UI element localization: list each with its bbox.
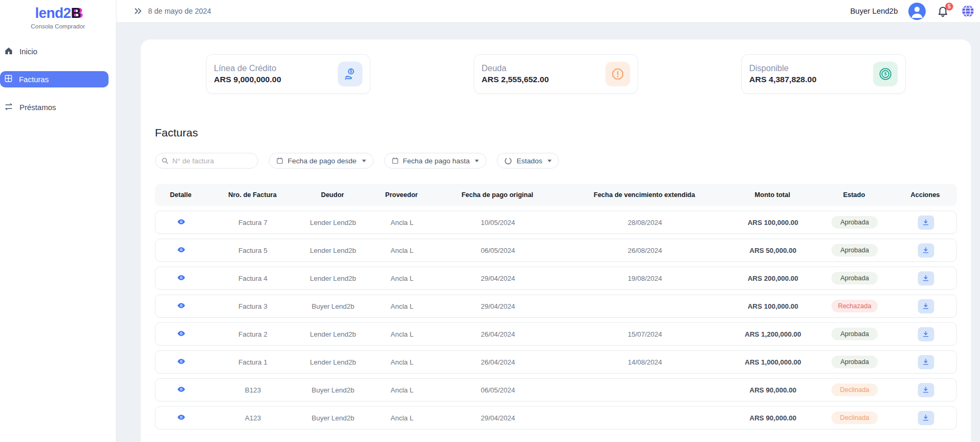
download-icon xyxy=(922,386,929,394)
cell-deudor: Lender Lend2b xyxy=(299,247,367,254)
cell-deudor: Lender Lend2b xyxy=(299,274,367,282)
view-detail-button[interactable] xyxy=(177,301,185,310)
sidebar-item-inicio[interactable]: Inicio xyxy=(0,43,109,60)
status-badge: Aprobada xyxy=(831,216,878,229)
invoice-rows: Factura 7 Lender Lend2b Ancla L 10/05/20… xyxy=(155,211,957,429)
cell-fecha-pago: 26/04/2024 xyxy=(437,358,559,366)
main-content: Línea de Crédito ARS 9,000,000.00 $ xyxy=(116,23,980,442)
status-badge: Aprobada xyxy=(831,244,878,257)
download-button[interactable] xyxy=(918,271,934,286)
calendar-icon xyxy=(391,157,399,164)
column-header-acciones: Acciones xyxy=(894,191,957,199)
filter-date-to[interactable]: Fecha de pago hasta xyxy=(384,153,487,169)
status-badge: Declinada xyxy=(831,384,878,396)
notifications-button[interactable]: 5 xyxy=(937,5,949,17)
download-button[interactable] xyxy=(918,243,934,258)
logo-text-primary: lend2 xyxy=(35,5,71,21)
column-header-fecha-pago: Fecha de pago original xyxy=(436,191,558,199)
cell-proveedor: Ancla L xyxy=(367,386,437,394)
eye-icon xyxy=(177,413,185,421)
filter-estados[interactable]: Estados xyxy=(497,153,559,169)
cell-nro-factura: Factura 3 xyxy=(207,302,299,310)
cell-fecha-pago: 29/04/2024 xyxy=(437,274,559,282)
status-badge: Rechazada xyxy=(831,300,878,312)
eye-icon xyxy=(177,218,185,226)
eye-icon xyxy=(177,301,185,310)
brand-logo: lend2BB Consola Comprador xyxy=(0,5,116,30)
status-badge: Aprobada xyxy=(831,272,878,284)
language-button[interactable] xyxy=(961,4,975,18)
cell-nro-factura: Factura 1 xyxy=(207,358,299,366)
coin-hand-icon: $ xyxy=(338,62,362,86)
cell-proveedor: Ancla L xyxy=(367,274,437,282)
stat-title: Línea de Crédito xyxy=(214,64,281,73)
cell-monto-total: ARS 100,000.00 xyxy=(731,302,815,310)
download-icon xyxy=(922,358,929,366)
view-detail-button[interactable] xyxy=(177,385,185,394)
content-panel: Línea de Crédito ARS 9,000,000.00 $ xyxy=(141,40,971,442)
sidebar-collapse-icon[interactable] xyxy=(133,6,143,16)
cell-fecha-vencimiento: 14/08/2024 xyxy=(559,358,731,366)
sidebar-item-label: Facturas xyxy=(19,75,48,84)
cell-nro-factura: Factura 5 xyxy=(207,247,299,254)
stat-value: ARS 2,555,652.00 xyxy=(482,75,549,84)
user-name: Buyer Lend2b xyxy=(850,7,898,15)
cell-fecha-pago: 10/05/2024 xyxy=(437,219,559,227)
column-header-proveedor: Proveedor xyxy=(367,191,436,199)
column-header-detalle: Detalle xyxy=(155,191,207,199)
cell-fecha-pago: 29/04/2024 xyxy=(437,302,559,310)
sidebar-item-label: Inicio xyxy=(19,47,37,56)
cell-monto-total: ARS 90,000.00 xyxy=(731,386,815,394)
cell-nro-factura: Factura 7 xyxy=(207,219,299,227)
console-subtitle: Consola Comprador xyxy=(0,23,116,30)
person-icon xyxy=(908,3,926,20)
download-button[interactable] xyxy=(918,411,934,425)
download-button[interactable] xyxy=(918,299,934,313)
cell-monto-total: ARS 100,000.00 xyxy=(731,219,815,227)
table-row: Factura 3 Buyer Lend2b Ancla L 29/04/202… xyxy=(155,294,957,318)
view-detail-button[interactable] xyxy=(177,357,185,366)
svg-text:$: $ xyxy=(884,71,887,76)
download-icon xyxy=(922,330,929,338)
notification-badge: 5 xyxy=(945,3,953,11)
stat-title: Deuda xyxy=(482,64,549,73)
chevron-down-icon xyxy=(475,160,479,162)
cell-monto-total: ARS 200,000.00 xyxy=(731,274,815,282)
view-detail-button[interactable] xyxy=(177,245,185,254)
user-avatar[interactable] xyxy=(908,3,926,20)
filter-label: Fecha de pago desde xyxy=(288,157,357,165)
search-input[interactable] xyxy=(172,157,252,165)
cell-monto-total: ARS 1,200,000.00 xyxy=(731,330,815,338)
download-button[interactable] xyxy=(918,383,934,397)
cell-proveedor: Ancla L xyxy=(367,247,437,254)
download-button[interactable] xyxy=(918,215,934,230)
view-detail-button[interactable] xyxy=(177,218,185,226)
sidebar-item-prestamos[interactable]: Préstamos xyxy=(0,99,109,115)
download-button[interactable] xyxy=(918,327,934,341)
sidebar-item-facturas[interactable]: Facturas xyxy=(0,71,109,87)
view-detail-button[interactable] xyxy=(177,413,185,421)
grid-icon xyxy=(4,74,13,84)
stat-value: ARS 9,000,000.00 xyxy=(214,75,281,84)
sidebar-nav: Inicio Facturas Préstamos xyxy=(0,43,116,115)
filter-label: Estados xyxy=(516,157,542,165)
invoice-search xyxy=(155,153,258,169)
svg-text:$: $ xyxy=(350,68,352,74)
filter-label: Fecha de pago hasta xyxy=(403,157,470,165)
filter-date-from[interactable]: Fecha de pago desde xyxy=(269,153,374,169)
stat-card-disponible: Disponible ARS 4,387,828.00 $ xyxy=(741,54,906,94)
cell-fecha-pago: 29/04/2024 xyxy=(437,414,559,422)
coins-icon: $ xyxy=(873,62,898,86)
cell-proveedor: Ancla L xyxy=(367,358,437,366)
download-button[interactable] xyxy=(918,355,934,369)
view-detail-button[interactable] xyxy=(177,273,185,282)
view-detail-button[interactable] xyxy=(177,329,185,338)
eye-icon xyxy=(177,357,185,366)
globe-icon xyxy=(961,4,975,18)
status-badge: Aprobada xyxy=(831,328,878,340)
cell-deudor: Buyer Lend2b xyxy=(299,302,367,310)
cell-fecha-pago: 26/04/2024 xyxy=(437,330,559,338)
status-badge: Aprobada xyxy=(831,356,878,368)
eye-icon xyxy=(177,245,185,254)
cell-fecha-pago: 06/05/2024 xyxy=(437,386,559,394)
